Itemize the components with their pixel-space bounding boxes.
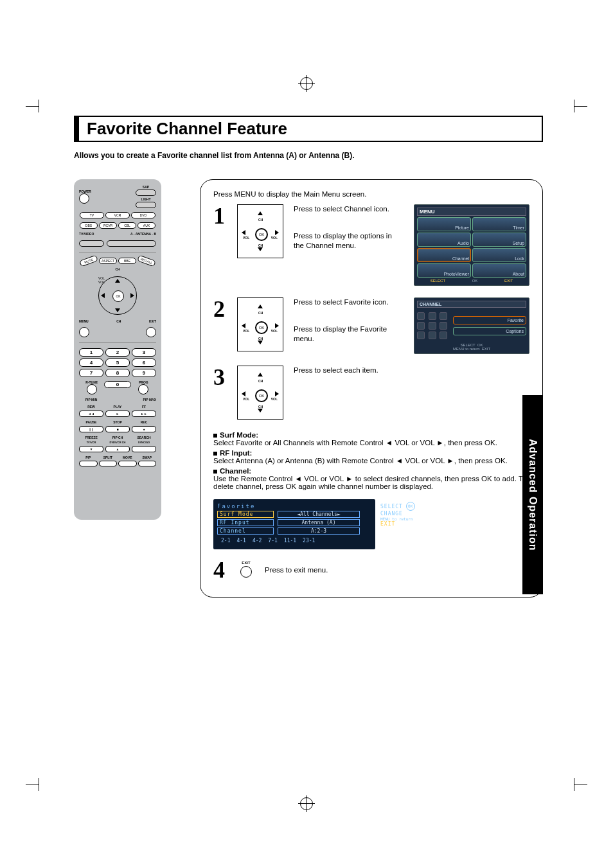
surf-text: Select Favorite or All Channels with Rem…	[213, 439, 529, 447]
rtune-button-icon	[87, 384, 97, 394]
bullet-icon	[213, 470, 217, 474]
pipch-icon: ▲	[105, 446, 130, 452]
bullet-icon	[213, 434, 217, 438]
cropmark-tl	[26, 100, 45, 119]
exit-button-icon	[146, 327, 156, 337]
step1-text2: Press to display the options in the Chan…	[294, 231, 404, 251]
light-label: LIGHT	[136, 198, 156, 201]
step4-number: 4	[213, 558, 227, 581]
steps-intro: Press MENU to display the Main Menu scre…	[213, 190, 529, 198]
menu-button-icon	[79, 327, 89, 337]
intro-text: Allows you to create a Favorite channel …	[74, 151, 543, 160]
step1-text1: Press to select Channel icon.	[294, 204, 404, 215]
ch-dn-label: CH	[116, 320, 121, 323]
page-title-box: Favorite Channel Feature	[74, 116, 543, 142]
rcvr-button: RCVR	[99, 222, 117, 229]
antenna-button-icon	[107, 240, 156, 247]
nav-icon-2: CH VOL OK VOL CH	[237, 297, 283, 351]
light-button-icon	[136, 202, 156, 208]
step2-text1: Press to select Favorite icon.	[294, 297, 404, 308]
rf-text: Select Antenna (A) or Antenna (B) with R…	[213, 457, 529, 465]
pause-icon: ❙❙	[79, 426, 103, 432]
cropmark-bl	[26, 772, 45, 791]
step3-number: 3	[213, 366, 227, 389]
nav-icon-3: CH VOL OK VOL CH	[237, 366, 283, 420]
antenna-label: A - ANTENNA - B	[105, 233, 156, 236]
dbs-button: DBS	[80, 222, 98, 229]
search-icon	[132, 446, 156, 452]
power-button-icon	[79, 193, 89, 204]
main-menu-screenshot: MENU Picture Timer Audio Setup Channel L…	[414, 204, 529, 286]
step3-text1: Press to select each item.	[294, 366, 529, 376]
surf-title: Surf Mode:	[220, 431, 258, 439]
ff-icon: ►►	[132, 411, 156, 417]
number-pad: 1 2 3 4 5 6 7 8 9	[79, 348, 156, 377]
ch-up-label: CH	[115, 268, 120, 271]
nav-icon-1: CH VOL OK VOL CH	[237, 204, 283, 258]
step1-number: 1	[213, 204, 227, 227]
page-number: 49	[527, 578, 540, 591]
rf-title: RF Input:	[220, 449, 252, 457]
register-top	[300, 77, 313, 90]
stop-icon: ■	[105, 426, 130, 432]
step2-number: 2	[213, 297, 227, 321]
exit-label: EXIT	[149, 320, 156, 323]
mute-button: MUTE	[79, 255, 98, 267]
step2-text2: Press to display the Favorite menu.	[294, 324, 404, 344]
freeze-icon: ▼	[79, 446, 103, 452]
aspect-button: ASPECT	[99, 258, 117, 264]
aux-button: AUX	[138, 222, 155, 229]
bullet-icon	[213, 452, 217, 456]
step4-text: Press to exit menu.	[265, 566, 328, 574]
menu-label: MENU	[79, 320, 89, 323]
cropmark-tr	[568, 100, 587, 119]
section-tab: Advanced Operation	[522, 395, 543, 594]
cropmark-br	[568, 772, 587, 791]
ok-label: OK	[112, 290, 124, 302]
vcr-button: VCR	[105, 212, 130, 218]
cbl-button: CBL	[118, 222, 136, 229]
tvvideo-label: TV/VIDEO	[79, 233, 105, 236]
sap-button-icon	[136, 190, 156, 196]
sap-label: SAP	[136, 186, 156, 189]
tvvideo-button-icon	[79, 240, 104, 247]
ch-text: Use the Remote Control ◄ VOL or VOL ► to…	[213, 475, 529, 490]
exit-button-illustration: EXIT	[240, 561, 252, 579]
play-icon: ►	[105, 411, 130, 417]
prog-button-icon	[138, 384, 148, 394]
recall-button: RECALL	[137, 255, 156, 267]
favorite-osd: Favorite Surf Mode ◄All Channels► RF Inp…	[213, 499, 529, 549]
page-title: Favorite Channel Feature	[87, 119, 534, 139]
rew-icon: ◄◄	[79, 411, 103, 417]
ch-title: Channel:	[220, 467, 251, 475]
dpad-icon: OK VOL VOL	[98, 276, 137, 315]
channel-menu-screenshot: CHANNEL Favorite Captions	[414, 297, 529, 354]
steps-panel: Press MENU to display the Main Menu scre…	[200, 179, 543, 598]
register-bottom	[300, 797, 313, 810]
rec-icon: ●	[132, 426, 156, 432]
tv-button: TV	[80, 212, 104, 218]
power-label: POWER	[79, 190, 91, 193]
bbe-button: BBE	[118, 258, 136, 264]
remote-illustration: POWER SAP LIGHT TV VCR DVD DBS RCVR CBL	[74, 179, 161, 520]
dvd-button: DVD	[131, 212, 155, 218]
